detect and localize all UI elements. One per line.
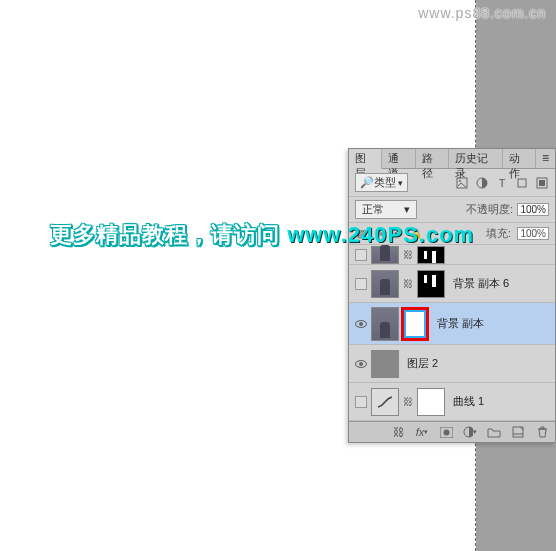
visibility-toggle[interactable] bbox=[353, 356, 369, 372]
filter-text-icon[interactable]: T bbox=[495, 176, 509, 190]
tab-layers[interactable]: 图层 bbox=[349, 149, 382, 169]
opacity-label: 不透明度: bbox=[466, 202, 513, 217]
filter-type-dropdown[interactable]: 🔎 类型 ▾ bbox=[355, 173, 408, 192]
watermark-url: www.ps88.com.cn bbox=[418, 5, 546, 21]
layer-mask[interactable] bbox=[401, 307, 429, 341]
layer-thumbnail[interactable] bbox=[371, 350, 399, 378]
layers-list: ⛓ ⛓ 背景 副本 6 背景 副本 图层 2 ⛓ bbox=[349, 245, 555, 421]
filter-mode-label: 类型 bbox=[374, 175, 396, 190]
layer-row[interactable]: ⛓ 曲线 1 bbox=[349, 383, 555, 421]
panel-tabs: 图层 通道 路径 历史记录 动作 ≡ bbox=[349, 149, 555, 169]
adjustment-layer-icon[interactable]: ▾ bbox=[463, 425, 477, 439]
link-layers-icon[interactable]: ⛓ bbox=[391, 425, 405, 439]
new-group-icon[interactable] bbox=[487, 425, 501, 439]
filter-shape-icon[interactable] bbox=[515, 176, 529, 190]
layer-row[interactable]: ⛓ 背景 副本 6 bbox=[349, 265, 555, 303]
blend-mode-value: 正常 bbox=[362, 202, 384, 217]
tab-channels[interactable]: 通道 bbox=[382, 149, 415, 168]
tutorial-overlay: 更多精品教程，请访问 www.240PS.com bbox=[50, 220, 474, 250]
filter-pixel-icon[interactable] bbox=[455, 176, 469, 190]
chevron-down-icon: ▾ bbox=[404, 203, 410, 216]
svg-rect-3 bbox=[518, 179, 526, 187]
trash-icon[interactable] bbox=[535, 425, 549, 439]
layer-name: 图层 2 bbox=[407, 356, 438, 371]
overlay-url: www.240PS.com bbox=[287, 222, 474, 247]
panel-menu-icon[interactable]: ≡ bbox=[536, 149, 555, 168]
svg-point-1 bbox=[459, 180, 461, 182]
link-icon: ⛓ bbox=[401, 278, 415, 289]
fx-icon[interactable]: fx▾ bbox=[415, 425, 429, 439]
overlay-text: 更多精品教程，请访问 bbox=[50, 222, 287, 247]
new-layer-icon[interactable] bbox=[511, 425, 525, 439]
fill-value[interactable]: 100% bbox=[517, 227, 549, 240]
link-icon: ⛓ bbox=[401, 249, 415, 260]
blend-mode-dropdown[interactable]: 正常 ▾ bbox=[355, 200, 417, 219]
layer-thumbnail[interactable] bbox=[371, 270, 399, 298]
filter-smart-icon[interactable] bbox=[535, 176, 549, 190]
layer-mask[interactable] bbox=[417, 388, 445, 416]
chevron-down-icon: ▾ bbox=[398, 178, 403, 188]
layer-thumbnail[interactable] bbox=[371, 307, 399, 341]
svg-rect-5 bbox=[539, 180, 545, 186]
eye-icon bbox=[355, 320, 367, 328]
layer-row[interactable]: 背景 副本 bbox=[349, 303, 555, 345]
visibility-toggle[interactable] bbox=[353, 394, 369, 410]
layer-thumbnail[interactable] bbox=[371, 388, 399, 416]
layer-name: 背景 副本 bbox=[437, 316, 484, 331]
tab-paths[interactable]: 路径 bbox=[416, 149, 449, 168]
layer-mask[interactable] bbox=[417, 270, 445, 298]
layer-name: 曲线 1 bbox=[453, 394, 484, 409]
visibility-toggle[interactable] bbox=[353, 276, 369, 292]
visibility-toggle[interactable] bbox=[353, 316, 369, 332]
link-icon: ⛓ bbox=[401, 396, 415, 407]
eye-icon bbox=[355, 360, 367, 368]
search-icon: 🔎 bbox=[360, 176, 374, 189]
fill-label: 填充: bbox=[486, 226, 511, 241]
tab-actions[interactable]: 动作 bbox=[503, 149, 536, 168]
layer-filter-row: 🔎 类型 ▾ T bbox=[349, 169, 555, 197]
layers-panel: 图层 通道 路径 历史记录 动作 ≡ 🔎 类型 ▾ T 正常 ▾ 不透明度: 1… bbox=[348, 148, 556, 443]
add-mask-icon[interactable] bbox=[439, 425, 453, 439]
filter-adjust-icon[interactable] bbox=[475, 176, 489, 190]
opacity-value[interactable]: 100% bbox=[517, 203, 549, 216]
layer-name: 背景 副本 6 bbox=[453, 276, 509, 291]
layer-row[interactable]: 图层 2 bbox=[349, 345, 555, 383]
svg-point-7 bbox=[443, 429, 449, 435]
layers-bottom-bar: ⛓ fx▾ ▾ bbox=[349, 421, 555, 442]
tab-history[interactable]: 历史记录 bbox=[449, 149, 503, 168]
